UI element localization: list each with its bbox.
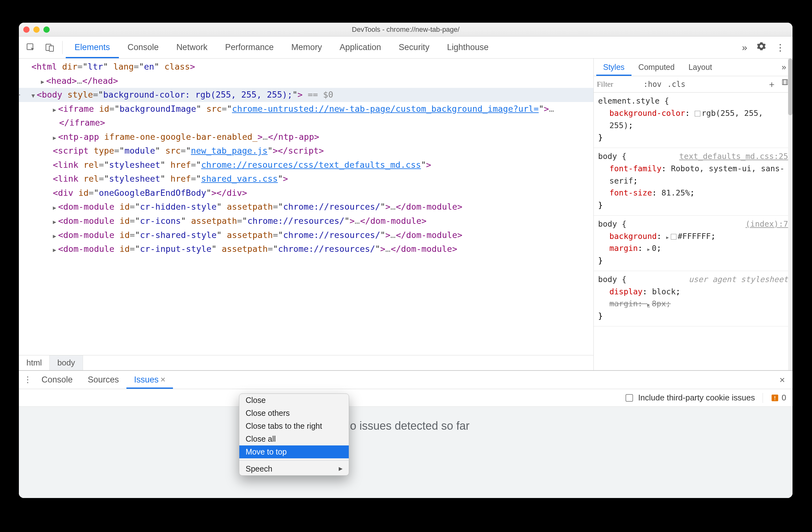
issues-body: No issues detected so far [19,407,793,498]
sidebar-scrollbar[interactable] [788,58,793,370]
tab-application[interactable]: Application [331,37,390,58]
settings-gear-icon[interactable] [757,42,766,53]
third-party-cookies-checkbox[interactable] [625,394,633,402]
third-party-cookies-label: Include third-party cookie issues [638,393,755,403]
device-toolbar-icon[interactable] [40,42,59,53]
titlebar: DevTools - chrome://new-tab-page/ [19,23,793,37]
new-style-rule-icon[interactable]: ＋ [767,79,776,90]
styles-sidebar: Styles Computed Layout » :hov .cls ＋ [594,58,793,370]
drawer: ⋮ Console Sources Issues × × Include thi… [19,370,793,498]
window-title: DevTools - chrome://new-tab-page/ [19,26,793,34]
devtools-window: DevTools - chrome://new-tab-page/ Elemen… [19,23,793,498]
tab-network[interactable]: Network [168,37,216,58]
kebab-menu-icon[interactable]: ⋮ [775,42,784,53]
drawer-tab-sources[interactable]: Sources [80,371,127,389]
tab-security[interactable]: Security [390,37,438,58]
styles-filter-input[interactable] [594,78,638,91]
dom-tree[interactable]: <html dir="ltr" lang="en" class><head>…<… [19,58,593,355]
warning-icon [770,393,779,402]
breadcrumb-html[interactable]: html [19,355,50,370]
close-tab-icon[interactable]: × [160,375,165,385]
svg-rect-2 [49,46,54,51]
elements-panel: <html dir="ltr" lang="en" class><head>…<… [19,58,594,370]
issues-count-badge[interactable]: 0 [770,393,786,403]
svg-rect-3 [782,80,787,85]
sidebar-tab-styles[interactable]: Styles [596,58,632,76]
issues-toolbar: Include third-party cookie issues 0 [19,389,793,407]
tab-lighthouse[interactable]: Lighthouse [438,37,497,58]
ctx-speech[interactable]: Speech [239,462,349,475]
svg-rect-7 [774,399,775,400]
hov-toggle[interactable]: :hov [643,80,662,89]
issues-empty-message: No issues detected so far [342,419,469,433]
computed-styles-toggle-icon[interactable] [781,79,789,90]
cls-toggle[interactable]: .cls [667,80,685,89]
breadcrumb: html body [19,355,593,370]
drawer-tab-issues-label: Issues [134,375,159,385]
ctx-close-right[interactable]: Close tabs to the right [239,420,349,433]
tab-context-menu[interactable]: Close Close others Close tabs to the rig… [239,393,349,476]
ctx-move-to-top[interactable]: Move to top [239,445,349,458]
tab-console[interactable]: Console [119,37,168,58]
tab-elements[interactable]: Elements [66,37,119,58]
sidebar-tab-layout[interactable]: Layout [681,58,719,76]
drawer-close-icon[interactable]: × [779,375,790,385]
ctx-close-all[interactable]: Close all [239,433,349,445]
svg-rect-6 [774,396,775,398]
drawer-tab-console[interactable]: Console [34,371,80,389]
style-rules[interactable]: element.style {background-color: rgb(255… [594,93,793,370]
ctx-close[interactable]: Close [239,394,349,407]
inspect-element-icon[interactable] [21,42,40,53]
sidebar-tab-computed[interactable]: Computed [632,58,681,76]
drawer-tab-issues[interactable]: Issues × [127,371,173,389]
drawer-kebab-icon[interactable]: ⋮ [21,375,34,385]
more-tabs-icon[interactable]: » [742,42,747,53]
breadcrumb-body[interactable]: body [50,355,83,370]
svg-rect-4 [784,80,786,85]
ctx-close-others[interactable]: Close others [239,407,349,420]
issues-count: 0 [782,393,786,403]
tab-memory[interactable]: Memory [282,37,331,58]
main-tabbar: Elements Console Network Performance Mem… [19,37,793,58]
tab-performance[interactable]: Performance [216,37,283,58]
ctx-speech-label: Speech [246,464,272,474]
